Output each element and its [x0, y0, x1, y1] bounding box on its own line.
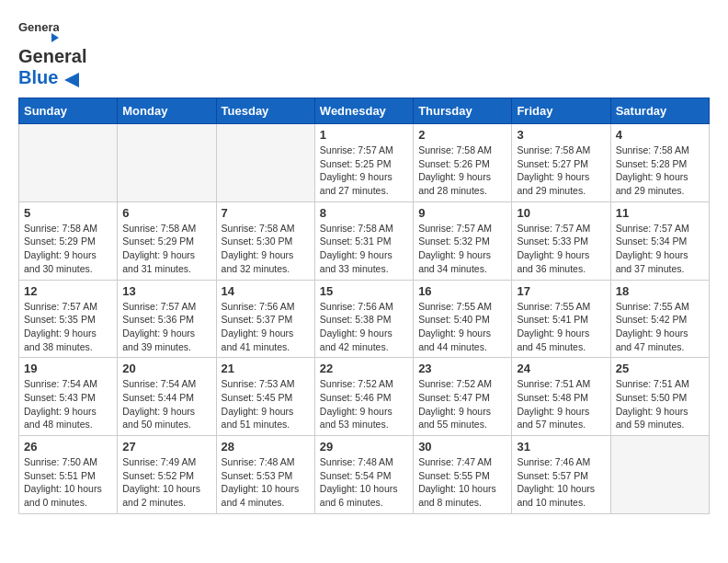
calendar-cell: 21Sunrise: 7:53 AM Sunset: 5:45 PM Dayli…: [216, 358, 314, 436]
calendar-cell: 3Sunrise: 7:58 AM Sunset: 5:27 PM Daylig…: [512, 124, 610, 202]
calendar-week: 26Sunrise: 7:50 AM Sunset: 5:51 PM Dayli…: [19, 436, 710, 514]
day-info: Sunrise: 7:57 AM Sunset: 5:36 PM Dayligh…: [122, 300, 210, 354]
day-number: 6: [122, 206, 210, 220]
day-info: Sunrise: 7:58 AM Sunset: 5:26 PM Dayligh…: [418, 144, 506, 198]
calendar-cell: 30Sunrise: 7:47 AM Sunset: 5:55 PM Dayli…: [414, 436, 512, 514]
day-info: Sunrise: 7:56 AM Sunset: 5:37 PM Dayligh…: [222, 300, 310, 354]
day-number: 9: [418, 206, 506, 220]
day-info: Sunrise: 7:55 AM Sunset: 5:42 PM Dayligh…: [616, 300, 704, 354]
day-info: Sunrise: 7:50 AM Sunset: 5:51 PM Dayligh…: [24, 455, 112, 510]
calendar-cell: 31Sunrise: 7:46 AM Sunset: 5:57 PM Dayli…: [512, 436, 610, 514]
calendar-cell: [118, 124, 216, 202]
day-info: Sunrise: 7:49 AM Sunset: 5:52 PM Dayligh…: [122, 455, 210, 510]
calendar-cell: 24Sunrise: 7:51 AM Sunset: 5:48 PM Dayli…: [512, 358, 610, 436]
day-number: 17: [517, 284, 605, 298]
day-number: 26: [24, 440, 112, 454]
calendar-cell: 25Sunrise: 7:51 AM Sunset: 5:50 PM Dayli…: [610, 358, 709, 436]
day-info: Sunrise: 7:48 AM Sunset: 5:53 PM Dayligh…: [222, 455, 310, 510]
calendar-week: 12Sunrise: 7:57 AM Sunset: 5:35 PM Dayli…: [19, 280, 710, 358]
day-info: Sunrise: 7:58 AM Sunset: 5:29 PM Dayligh…: [122, 222, 210, 276]
calendar-cell: 12Sunrise: 7:57 AM Sunset: 5:35 PM Dayli…: [19, 280, 118, 358]
logo-general: General: [18, 46, 86, 67]
calendar-week: 19Sunrise: 7:54 AM Sunset: 5:43 PM Dayli…: [19, 358, 710, 436]
calendar-cell: 17Sunrise: 7:55 AM Sunset: 5:41 PM Dayli…: [512, 280, 610, 358]
day-info: Sunrise: 7:52 AM Sunset: 5:46 PM Dayligh…: [320, 377, 408, 431]
day-number: 27: [122, 440, 210, 454]
day-number: 20: [122, 362, 210, 375]
day-number: 12: [24, 284, 112, 298]
day-of-week-header: Sunday: [19, 98, 118, 124]
calendar-cell: 18Sunrise: 7:55 AM Sunset: 5:42 PM Dayli…: [610, 280, 709, 358]
day-number: 15: [320, 284, 408, 298]
day-number: 1: [320, 128, 408, 142]
calendar-cell: 19Sunrise: 7:54 AM Sunset: 5:43 PM Dayli…: [19, 358, 118, 436]
day-info: Sunrise: 7:53 AM Sunset: 5:45 PM Dayligh…: [222, 377, 310, 431]
day-number: 22: [320, 362, 408, 375]
day-number: 30: [418, 440, 506, 454]
logo-svg: General: [18, 18, 59, 46]
day-of-week-header: Friday: [512, 98, 610, 124]
day-number: 28: [222, 440, 310, 454]
day-info: Sunrise: 7:58 AM Sunset: 5:28 PM Dayligh…: [616, 144, 704, 198]
calendar-cell: 13Sunrise: 7:57 AM Sunset: 5:36 PM Dayli…: [118, 280, 216, 358]
day-info: Sunrise: 7:56 AM Sunset: 5:38 PM Dayligh…: [320, 300, 408, 354]
calendar-cell: 10Sunrise: 7:57 AM Sunset: 5:33 PM Dayli…: [512, 201, 610, 280]
day-of-week-header: Wednesday: [314, 98, 413, 124]
day-info: Sunrise: 7:55 AM Sunset: 5:40 PM Dayligh…: [418, 300, 506, 354]
day-number: 5: [24, 206, 112, 220]
day-number: 8: [320, 206, 408, 220]
day-number: 7: [222, 206, 310, 220]
calendar-cell: 23Sunrise: 7:52 AM Sunset: 5:47 PM Dayli…: [414, 358, 512, 436]
day-info: Sunrise: 7:58 AM Sunset: 5:29 PM Dayligh…: [24, 222, 112, 276]
day-info: Sunrise: 7:52 AM Sunset: 5:47 PM Dayligh…: [418, 377, 506, 431]
calendar-cell: 20Sunrise: 7:54 AM Sunset: 5:44 PM Dayli…: [118, 358, 216, 436]
day-info: Sunrise: 7:55 AM Sunset: 5:41 PM Dayligh…: [517, 300, 605, 354]
svg-text:General: General: [18, 20, 59, 34]
day-number: 4: [616, 128, 704, 142]
day-number: 18: [616, 284, 704, 298]
calendar-cell: 4Sunrise: 7:58 AM Sunset: 5:28 PM Daylig…: [610, 124, 709, 202]
calendar-cell: 26Sunrise: 7:50 AM Sunset: 5:51 PM Dayli…: [19, 436, 118, 514]
day-of-week-header: Monday: [118, 98, 216, 124]
calendar-cell: 2Sunrise: 7:58 AM Sunset: 5:26 PM Daylig…: [414, 124, 512, 202]
day-info: Sunrise: 7:58 AM Sunset: 5:27 PM Dayligh…: [517, 144, 605, 198]
day-info: Sunrise: 7:57 AM Sunset: 5:35 PM Dayligh…: [24, 300, 112, 354]
day-number: 2: [418, 128, 506, 142]
day-number: 11: [616, 206, 704, 220]
calendar-cell: 7Sunrise: 7:58 AM Sunset: 5:30 PM Daylig…: [216, 201, 314, 280]
day-number: 19: [24, 362, 112, 375]
calendar-cell: 9Sunrise: 7:57 AM Sunset: 5:32 PM Daylig…: [414, 201, 512, 280]
calendar-cell: [216, 124, 314, 202]
calendar-cell: 8Sunrise: 7:58 AM Sunset: 5:31 PM Daylig…: [314, 201, 413, 280]
svg-marker-1: [51, 33, 59, 42]
day-info: Sunrise: 7:57 AM Sunset: 5:32 PM Dayligh…: [418, 222, 506, 276]
day-number: 14: [222, 284, 310, 298]
calendar-cell: 14Sunrise: 7:56 AM Sunset: 5:37 PM Dayli…: [216, 280, 314, 358]
day-number: 29: [320, 440, 408, 454]
calendar-table: SundayMondayTuesdayWednesdayThursdayFrid…: [18, 98, 710, 514]
logo-triangle-icon: [64, 73, 79, 87]
calendar-cell: 11Sunrise: 7:57 AM Sunset: 5:34 PM Dayli…: [610, 201, 709, 280]
calendar-cell: 29Sunrise: 7:48 AM Sunset: 5:54 PM Dayli…: [314, 436, 413, 514]
page-header: General General Blue: [18, 18, 710, 88]
calendar-cell: 22Sunrise: 7:52 AM Sunset: 5:46 PM Dayli…: [314, 358, 413, 436]
calendar-cell: 27Sunrise: 7:49 AM Sunset: 5:52 PM Dayli…: [118, 436, 216, 514]
day-info: Sunrise: 7:51 AM Sunset: 5:48 PM Dayligh…: [517, 377, 605, 431]
day-of-week-header: Thursday: [414, 98, 512, 124]
logo-blue: Blue: [18, 67, 58, 87]
day-info: Sunrise: 7:54 AM Sunset: 5:43 PM Dayligh…: [24, 377, 112, 431]
header-row: SundayMondayTuesdayWednesdayThursdayFrid…: [19, 98, 710, 124]
calendar-cell: 15Sunrise: 7:56 AM Sunset: 5:38 PM Dayli…: [314, 280, 413, 358]
day-info: Sunrise: 7:51 AM Sunset: 5:50 PM Dayligh…: [616, 377, 704, 431]
calendar-cell: [19, 124, 118, 202]
day-info: Sunrise: 7:54 AM Sunset: 5:44 PM Dayligh…: [122, 377, 210, 431]
calendar-week: 1Sunrise: 7:57 AM Sunset: 5:25 PM Daylig…: [19, 124, 710, 202]
day-number: 24: [517, 362, 605, 375]
day-info: Sunrise: 7:57 AM Sunset: 5:34 PM Dayligh…: [616, 222, 704, 276]
day-info: Sunrise: 7:47 AM Sunset: 5:55 PM Dayligh…: [418, 455, 506, 510]
day-info: Sunrise: 7:58 AM Sunset: 5:31 PM Dayligh…: [320, 222, 408, 276]
day-of-week-header: Saturday: [610, 98, 709, 124]
day-number: 23: [418, 362, 506, 375]
day-number: 10: [517, 206, 605, 220]
day-info: Sunrise: 7:48 AM Sunset: 5:54 PM Dayligh…: [320, 455, 408, 510]
